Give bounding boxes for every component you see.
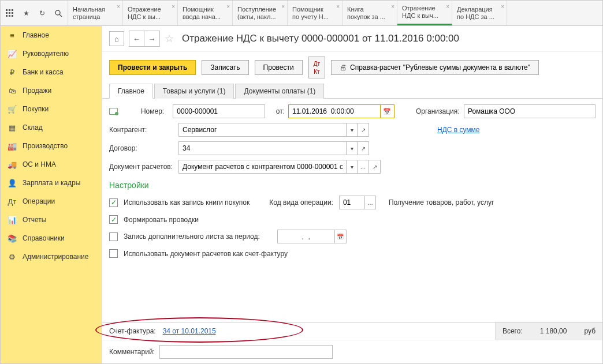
calendar-button[interactable]: 📅	[335, 230, 347, 243]
sidebar-icon: ≡	[8, 31, 17, 40]
sidebar-item[interactable]: 📚Справочники	[1, 229, 102, 247]
form-body: Номер: от: 📅 Организация: Контрагент: ▾ …	[102, 99, 602, 322]
counterparty-label: Контрагент:	[109, 126, 178, 134]
total-label: Всего:	[502, 327, 523, 335]
org-field[interactable]	[464, 104, 595, 118]
ellipsis-button[interactable]: …	[358, 160, 369, 174]
post-button[interactable]: Провести	[255, 60, 303, 75]
op-code-field[interactable]	[339, 196, 364, 209]
sidebar-item[interactable]: 🛒Покупки	[1, 100, 102, 118]
svg-point-9	[55, 10, 60, 15]
apps-icon[interactable]	[5, 9, 14, 18]
sidebar-label: Банк и касса	[23, 68, 64, 76]
dropdown-button[interactable]: ▾	[346, 123, 358, 137]
sidebar-label: Зарплата и кадры	[23, 179, 80, 187]
chk-postings[interactable]	[109, 215, 118, 224]
open-button[interactable]: ↗	[358, 141, 369, 155]
window-tab[interactable]: Декларацияпо НДС за ...×	[452, 1, 507, 25]
close-icon[interactable]: ×	[172, 3, 175, 10]
post-close-button[interactable]: Провести и закрыть	[109, 60, 196, 75]
svg-rect-6	[6, 15, 8, 17]
tab-payments[interactable]: Документы оплаты (1)	[235, 84, 324, 99]
ellipsis-button[interactable]: …	[364, 196, 376, 209]
comment-field[interactable]	[159, 345, 333, 359]
document-status-icon	[109, 108, 118, 115]
close-icon[interactable]: ×	[226, 3, 230, 10]
home-button[interactable]: ⌂	[109, 31, 124, 46]
window-tab[interactable]: ОтражениеНДС к выч...×	[397, 1, 452, 25]
total-box: Всего: 1 180,00 руб	[495, 322, 602, 340]
chk-use-settlement-label: Использовать документ расчетов как счет-…	[124, 250, 288, 258]
sidebar-label: Продажи	[23, 87, 51, 95]
window-tab[interactable]: Помощникпо учету Н...×	[288, 1, 343, 25]
search-icon[interactable]	[54, 9, 63, 18]
sidebar-item[interactable]: ₽Банк и касса	[1, 63, 102, 81]
sidebar-item[interactable]: ▦Склад	[1, 118, 102, 137]
sidebar-item[interactable]: ≡Главное	[1, 26, 102, 44]
sidebar-item[interactable]: 🚚ОС и НМА	[1, 155, 102, 174]
top-bar: ★ ↻ Начальнаястраница×ОтражениеНДС к вы.…	[1, 1, 602, 26]
star-icon[interactable]: ★	[21, 9, 31, 18]
invoice-label: Счет-фактура:	[109, 327, 156, 335]
sidebar-item[interactable]: ДтОперации	[1, 192, 102, 211]
svg-rect-2	[12, 9, 13, 11]
close-icon[interactable]: ×	[117, 3, 120, 10]
window-tab[interactable]: Книгапокупок за ...×	[343, 1, 397, 25]
close-icon[interactable]: ×	[501, 3, 504, 10]
sidebar-item[interactable]: 👤Зарплата и кадры	[1, 174, 102, 192]
dropdown-button[interactable]: ▾	[346, 160, 358, 174]
window-tab[interactable]: ОтражениеНДС к вы...×	[123, 1, 178, 25]
close-icon[interactable]: ×	[391, 3, 394, 10]
sidebar-icon: 📚	[8, 234, 17, 243]
report-label: Справка-расчет "Рублевые суммы документа…	[350, 63, 530, 72]
chk-book-record[interactable]	[109, 198, 118, 207]
window-tabs: Начальнаястраница×ОтражениеНДС к вы...×П…	[68, 1, 602, 25]
chk-additional-sheet[interactable]	[109, 232, 118, 241]
dropdown-button[interactable]: ▾	[346, 141, 358, 155]
sidebar-item[interactable]: ⚙Администрирование	[1, 247, 102, 266]
sidebar-item[interactable]: 🏭Производство	[1, 137, 102, 155]
sidebar-icon: 🚚	[8, 160, 17, 169]
sidebar-icon: 📊	[8, 215, 17, 224]
doc-tabs: Главное Товары и услуги (1) Документы оп…	[102, 83, 602, 99]
window-tab[interactable]: Помощникввода нача...×	[178, 1, 233, 25]
open-button[interactable]: ↗	[358, 123, 369, 137]
tab-goods[interactable]: Товары и услуги (1)	[154, 84, 234, 99]
chk-additional-sheet-label: Запись дополнительного листа за период:	[124, 232, 260, 241]
chk-use-settlement-as-invoice[interactable]	[109, 249, 118, 258]
sidebar-item[interactable]: 📊Отчеты	[1, 211, 102, 229]
sidebar-label: Отчеты	[23, 216, 46, 224]
date-field[interactable]	[288, 104, 381, 118]
sidebar-label: ОС и НМА	[23, 160, 56, 168]
history-icon[interactable]: ↻	[38, 9, 47, 18]
svg-rect-7	[9, 15, 10, 17]
sidebar-item[interactable]: 🛍Продажи	[1, 81, 102, 100]
dk-button[interactable]: ДтКт	[308, 57, 325, 78]
forward-button[interactable]: →	[144, 31, 159, 46]
footer-bar: Счет-фактура: 34 от 10.01.2015 Всего: 1 …	[102, 322, 602, 340]
back-button[interactable]: ←	[129, 31, 144, 46]
favorite-button[interactable]: ☆	[165, 32, 174, 45]
vat-link[interactable]: НДС в сумме	[437, 126, 480, 134]
calendar-button[interactable]: 📅	[381, 104, 394, 118]
svg-rect-1	[9, 9, 10, 11]
window-tab[interactable]: Начальнаястраница×	[68, 1, 123, 25]
sidebar-item[interactable]: 📈Руководителю	[1, 44, 102, 63]
save-button[interactable]: Записать	[202, 60, 248, 75]
close-icon[interactable]: ×	[281, 3, 285, 10]
contract-field[interactable]	[178, 141, 346, 155]
settlement-field[interactable]	[178, 160, 346, 174]
invoice-link[interactable]: 34 от 10.01.2015	[163, 327, 216, 335]
svg-rect-8	[12, 15, 13, 17]
period-field[interactable]	[277, 230, 335, 243]
content-area: ⌂ ← → ☆ Отражение НДС к вычету 0000-0000…	[102, 26, 602, 363]
close-icon[interactable]: ×	[336, 3, 340, 10]
tab-main[interactable]: Главное	[109, 84, 153, 99]
close-icon[interactable]: ×	[446, 3, 449, 10]
open-button[interactable]: ↗	[369, 160, 381, 174]
report-button[interactable]: 🖨Справка-расчет "Рублевые суммы документ…	[331, 60, 539, 75]
sidebar-label: Покупки	[23, 105, 49, 113]
window-tab[interactable]: Поступление(акты, накл...×	[233, 1, 288, 25]
number-field[interactable]	[173, 104, 265, 118]
counterparty-field[interactable]	[178, 123, 346, 137]
